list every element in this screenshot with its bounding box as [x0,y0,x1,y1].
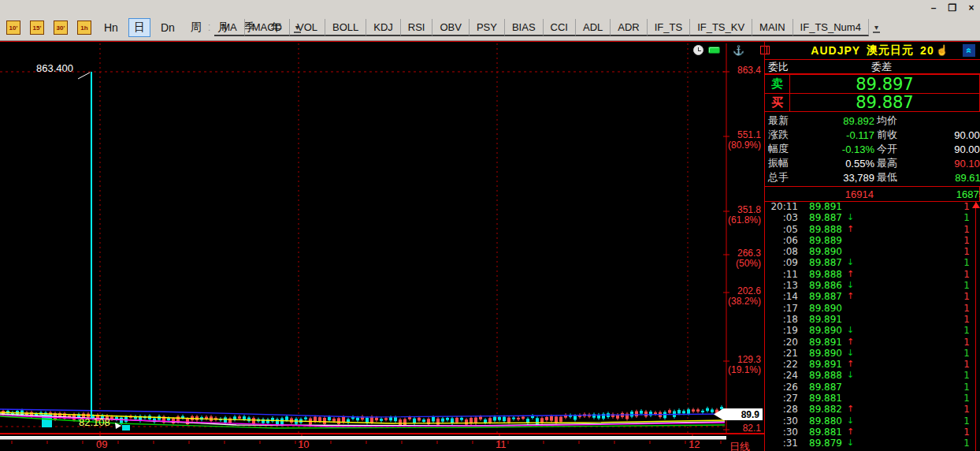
chart-period-label[interactable]: 日线 [729,440,750,451]
tick-row[interactable]: :2689.8871 [765,382,980,393]
stat-label: 最新 [768,114,789,128]
collapse-panel-icon[interactable]: « [963,44,975,57]
minimize-button[interactable]: – [928,2,939,13]
restore-button[interactable]: ❐ [947,2,958,13]
tick-time: :03 [765,212,798,223]
clock-icon[interactable] [693,45,703,55]
tick-row[interactable]: :0889.8901 [765,246,980,257]
indicator-toolbar: ⁚MAMACDVOLBOLLKDJRSIOBVPSYBIASCCIADLADRI… [205,17,884,38]
indicator-button-MAIN[interactable]: MAIN [752,19,793,36]
tick-price: 89.880 [809,416,842,427]
tick-row[interactable]: :0689.8891 [765,235,980,246]
tick-time: 20:11 [765,201,798,212]
y-axis-label: 129.3(19.1%) [714,355,761,375]
tick-time: :22 [765,359,798,370]
up-arrow-icon: ↑ [847,291,854,301]
tick-row[interactable]: :2289.891↑1 [765,359,980,370]
stat-value: 90.007 [954,144,980,155]
tick-row[interactable]: :3189.879↓1 [765,438,980,449]
tick-row[interactable]: :0589.888↑1 [765,224,980,235]
tick-row[interactable]: :1989.890↓1 [765,325,980,336]
hand-cursor-icon[interactable]: ☝ [936,44,948,56]
tick-scrollbar-track[interactable] [975,201,976,451]
stat-label: 最低 [877,170,897,184]
time-and-sales-list[interactable]: 20:1189.8911:0389.887↓1:0589.888↑1:0689.… [765,201,980,451]
stat-value: 89.611 [955,172,980,184]
close-button[interactable]: × [966,2,977,13]
tick-time: :13 [765,280,798,291]
tick-row[interactable]: :1189.888↑1 [765,269,980,280]
time-icon-button-15[interactable]: 15' [30,20,44,35]
chart-horizontal-scrollbar[interactable] [0,436,726,440]
period-button-周[interactable]: 周 [185,18,207,37]
indicator-button-ADR[interactable]: ADR [611,19,647,36]
outer-inner-row: 外盘 16914 内盘 16875 [765,186,980,202]
y-axis-label: 351.8(61.8%) [714,205,761,226]
stat-label: 最高 [877,156,897,170]
tick-row[interactable]: :1789.8901 [765,303,980,314]
outer-label: 外盘 [768,187,789,201]
tick-volume: 1 [963,303,970,314]
keyboard-icon[interactable] [708,47,720,54]
tick-row[interactable]: :3089.880↓1 [765,416,980,427]
indicator-button-IF_TS[interactable]: IF_TS [648,19,690,36]
tick-row[interactable]: :3089.881↑1 [765,427,980,438]
tick-price: 89.887 [809,382,842,393]
tick-row[interactable]: :1489.887↑1 [765,291,980,302]
tick-row[interactable]: :2189.890↓1 [765,348,980,359]
tick-time: :06 [765,235,798,246]
indicator-button-OBV[interactable]: OBV [432,19,469,36]
indicator-button-KDJ[interactable]: KDJ [366,19,401,36]
stat-label: 涨跌 [768,128,789,142]
tick-time: :27 [765,393,798,404]
tick-volume: 1 [963,348,970,359]
ask-row[interactable]: 卖 89.897 [765,75,979,93]
stat-row: 涨跌-0.117前收90.009 [765,128,980,142]
time-icon-button-10[interactable]: 10' [6,20,20,35]
tick-row[interactable]: :2489.888↓1 [765,370,980,381]
tick-row[interactable]: :1389.886↓1 [765,280,980,291]
stat-value: 90.105 [954,158,980,170]
indicator-button-CCI[interactable]: CCI [544,19,576,36]
tick-row[interactable]: 20:1189.8911 [765,201,980,212]
time-icon-button-30[interactable]: 30' [54,20,68,35]
stat-value: 33,789 [843,172,874,184]
indicator-button-MACD[interactable]: MACD [245,19,290,36]
tick-row[interactable]: :2889.882↑1 [765,404,980,415]
tick-row[interactable]: :1889.8911 [765,314,980,325]
tick-time: :08 [765,246,798,257]
period-button-Dn[interactable]: Dn [155,19,180,36]
tick-time: :09 [765,257,798,268]
indicator-overflow-icon[interactable]: ▾ [873,23,880,33]
tick-row[interactable]: :0989.887↓1 [765,257,980,268]
tick-row[interactable]: :2789.8811 [765,393,980,404]
tick-row[interactable]: :2089.891↑1 [765,337,980,348]
indicator-button-RSI[interactable]: RSI [401,19,433,36]
period-button-日[interactable]: 日 [128,18,150,37]
indicator-button-IF_TS_KV[interactable]: IF_TS_KV [690,19,752,36]
indicator-button-BIAS[interactable]: BIAS [505,19,544,36]
symbol-code: AUDJPY [811,44,860,57]
indicator-button-PSY[interactable]: PSY [470,19,505,36]
tick-volume: 1 [963,246,970,257]
bid-row[interactable]: 买 89.887 [765,93,979,111]
scroll-up-icon[interactable] [972,202,980,208]
stat-label: 今开 [877,142,897,156]
period-button-Hn[interactable]: Hn [98,19,124,36]
indicator-button-IF_TS_Num4[interactable]: IF_TS_Num4 [793,19,869,36]
tick-row[interactable]: :0389.887↓1 [765,212,980,223]
time-icon-button-1h[interactable]: 1h [77,20,91,35]
anchor-icon[interactable]: ⚓ [733,46,744,55]
indicator-button-ADL[interactable]: ADL [576,19,611,36]
tick-volume: 1 [963,291,970,302]
indicator-button-VOL[interactable]: VOL [290,19,325,36]
tick-price: 89.888 [809,370,842,381]
tick-volume: 1 [963,280,970,291]
price-chart[interactable]: 863.400 82.108 863.4551.1(80.9%)351.8(61… [0,42,764,451]
indicator-button-BOLL[interactable]: BOLL [325,19,366,36]
tick-volume: 1 [963,235,970,246]
order-ratio-header: 委比 委差 [765,60,980,74]
tick-volume: 1 [963,359,970,370]
tick-price: 89.886 [809,280,842,291]
indicator-button-MA[interactable]: MA [214,19,245,36]
